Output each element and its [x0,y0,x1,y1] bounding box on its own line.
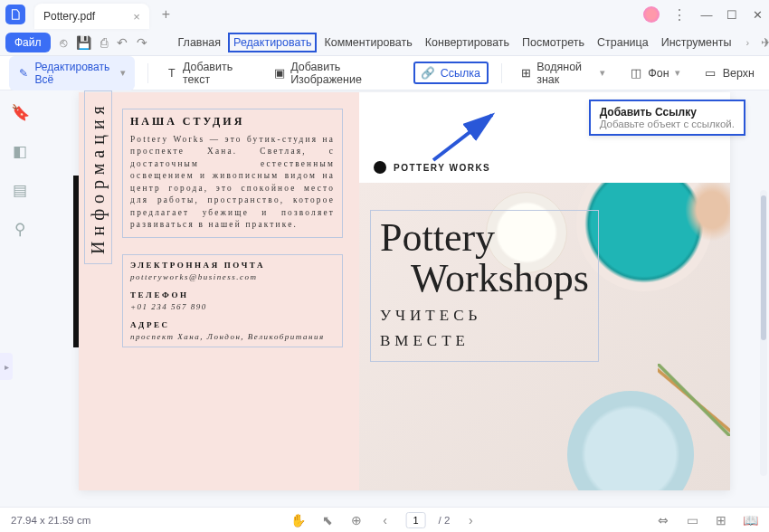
next-page-icon[interactable]: › [462,513,479,527]
background-label: Фон [648,67,669,80]
user-avatar[interactable] [643,6,660,23]
studio-block[interactable]: НАША СТУДИЯ Pottery Works — это бутик-ст… [122,109,343,238]
open-icon[interactable]: ⎋ [60,35,67,50]
app-icon [5,5,25,24]
read-mode-icon[interactable]: 📖 [742,513,758,527]
redo-icon[interactable]: ↷ [137,35,147,50]
pdf-page[interactable]: Информация НАША СТУДИЯ Pottery Works — э… [79,92,730,490]
statusbar: 27.94 x 21.59 cm ✋ ⬉ ⊕ ‹ / 2 › ⇔ ▭ ⊞ 📖 [0,507,769,532]
vertical-label[interactable]: Информация [84,90,112,264]
edit-all-button[interactable]: ✎ Редактировать Всё ▾ [9,56,135,90]
background-icon: ◫ [629,66,642,80]
separator [147,63,148,83]
link-label: Ссылка [441,67,480,80]
prev-page-icon[interactable]: ‹ [377,513,394,527]
menubar: Файл ⎋ 💾 ⎙ ↶ ↷ Главная Редактировать Ком… [0,29,769,56]
page-left-panel: Информация НАША СТУДИЯ Pottery Works — э… [79,92,359,490]
search-icon[interactable]: ⚲ [14,220,25,239]
zoom-tool-icon[interactable]: ⊕ [348,513,365,527]
minimize-icon[interactable]: — [700,8,713,22]
studio-title: НАША СТУДИЯ [130,115,335,128]
headline-block[interactable]: Pottery Workshops УЧИТЕСЬ ВМЕСТЕ [370,210,599,362]
fit-page-icon[interactable]: ▭ [684,513,700,527]
brand-dot-icon [374,161,386,174]
page-total: / 2 [439,515,451,526]
border-label: Верхн [723,67,755,80]
chevron-down-icon: ▾ [600,67,605,79]
chevron-right-icon[interactable]: › [746,37,750,48]
send-icon[interactable]: ✈ [758,35,769,50]
page-right-panel: POTTERY WORKS Pottery Workshops УЧИТЕСЬ … [359,92,730,490]
tooltip-title: Добавить Ссылку [600,106,735,119]
vertical-bar [73,176,79,347]
attachments-icon[interactable]: ▤ [13,181,27,200]
border-button[interactable]: ▭ Верхн [698,62,760,83]
tab-view[interactable]: Посмотреть [517,33,590,52]
subhead-1: УЧИТЕСЬ [380,307,589,325]
close-tab-icon[interactable]: × [133,10,140,24]
edit-all-label: Редактировать Всё [34,61,114,86]
pen-icon: ✎ [18,66,29,80]
tab-comment[interactable]: Комментировать [318,33,417,52]
watermark-button[interactable]: ⊞ Водяной знак ▾ [515,57,611,90]
link-tooltip: Добавить Ссылку Добавьте объект с ссылко… [589,100,745,136]
side-rail: 🔖 ◧ ▤ ⚲ [0,90,40,507]
select-tool-icon[interactable]: ⬉ [319,513,336,527]
link-button[interactable]: 🔗 Ссылка [413,62,489,84]
file-menu-button[interactable]: Файл [5,33,51,52]
chevron-down-icon: ▾ [120,67,126,79]
add-image-button[interactable]: ▣ Добавить Изображение [269,57,401,90]
address-value: проспект Хана, Лондон, Великобритания [130,332,335,341]
tab-home[interactable]: Главная [173,33,227,52]
page-dimensions: 27.94 x 21.59 cm [11,515,90,526]
hand-tool-icon[interactable]: ✋ [290,513,307,527]
annotation-arrow [429,110,501,165]
image-icon: ▣ [274,66,286,80]
headline-2: Workshops [411,259,589,299]
watermark-icon: ⊞ [520,66,531,80]
workspace: 🔖 ◧ ▤ ⚲ ▸ Добавить Ссылку Добавьте объек… [0,90,769,507]
email-value: potteryworks@business.com [130,272,335,281]
thumbnails-icon[interactable]: ◧ [13,142,27,161]
layout-icon[interactable]: ⊞ [713,513,729,527]
tab-filename: Pottery.pdf [43,10,95,23]
contact-block[interactable]: ЭЛЕКТРОННАЯ ПОЧТА potteryworks@business.… [122,254,343,347]
subhead-2: ВМЕСТЕ [380,332,589,350]
edit-toolbar: ✎ Редактировать Всё ▾ T Добавить текст ▣… [0,56,769,90]
brushes [658,364,730,436]
tab-convert[interactable]: Конвертировать [420,33,515,52]
vertical-scrollbar[interactable] [760,190,767,476]
page-number-input[interactable] [406,512,426,528]
scrollbar-thumb[interactable] [761,195,766,340]
print-icon[interactable]: ⎙ [100,35,108,50]
tab-tools[interactable]: Инструменты [656,33,737,52]
tab-edit[interactable]: Редактировать [228,33,317,52]
save-icon[interactable]: 💾 [76,35,91,50]
add-tab-button[interactable]: + [162,6,170,23]
text-icon: T [166,66,177,80]
maximize-icon[interactable]: ☐ [726,8,738,22]
canvas[interactable]: Добавить Ссылку Добавьте объект с ссылко… [40,90,769,507]
add-text-label: Добавить текст [183,61,251,86]
fit-width-icon[interactable]: ⇔ [655,513,671,527]
titlebar: Pottery.pdf × + ⋮ — ☐ ✕ [0,0,769,29]
studio-body: Pottery Works — это бутик-студия на прос… [130,134,335,232]
separator [501,63,502,83]
background-button[interactable]: ◫ Фон ▾ [623,62,685,83]
headline-1: Pottery [380,218,589,259]
watermark-label: Водяной знак [536,61,594,86]
bookmark-icon[interactable]: 🔖 [11,103,30,122]
border-icon: ▭ [704,66,717,80]
email-title: ЭЛЕКТРОННАЯ ПОЧТА [130,261,335,270]
chevron-down-icon: ▾ [675,67,680,79]
add-image-label: Добавить Изображение [290,61,395,86]
expand-rail-button[interactable]: ▸ [0,353,13,380]
close-window-icon[interactable]: ✕ [751,8,764,22]
add-text-button[interactable]: T Добавить текст [160,57,255,90]
undo-icon[interactable]: ↶ [117,35,128,50]
more-icon[interactable]: ⋮ [672,6,688,24]
tab-page[interactable]: Страница [592,33,654,52]
document-tab[interactable]: Pottery.pdf × [34,4,149,29]
menu-tabs: Главная Редактировать Комментировать Кон… [173,33,737,52]
address-title: АДРЕС [130,320,335,329]
